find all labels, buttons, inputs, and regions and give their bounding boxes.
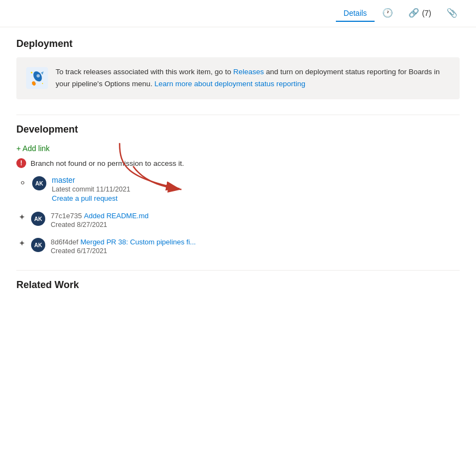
tab-attachments[interactable]: 📎 xyxy=(439,4,465,22)
tab-history[interactable]: 🕐 xyxy=(375,4,401,22)
commit-2-message-link[interactable]: Merged PR 38: Custom pipelines fi... xyxy=(81,238,196,246)
history-icon: 🕐 xyxy=(382,8,393,18)
rocket-icon xyxy=(26,67,48,91)
commit-icon-1: ✦ xyxy=(19,212,26,222)
commit-1-message-link[interactable]: Added README.md xyxy=(84,212,149,220)
commit-1-details: 77c1e735 Added README.md Created 8/27/20… xyxy=(51,211,149,229)
avatar-commit-2: AK xyxy=(31,238,45,252)
error-icon: ! xyxy=(16,158,26,168)
commit-row-2: ✦ AK 8d6f4def Merged PR 38: Custom pipel… xyxy=(16,237,460,255)
commit-1-hash: 77c1e735 xyxy=(51,212,82,220)
error-row: ! Branch not found or no permission to a… xyxy=(16,158,460,168)
learn-more-link[interactable]: Learn more about deployment status repor… xyxy=(154,80,305,88)
commit-1-date: Created 8/27/2021 xyxy=(51,221,149,229)
commit-2-line: 8d6f4def Merged PR 38: Custom pipelines … xyxy=(51,237,196,246)
related-work-title: Related Work xyxy=(16,279,460,291)
development-title: Development xyxy=(16,124,460,135)
section-divider xyxy=(16,115,460,115)
error-text: Branch not found or no permission to acc… xyxy=(31,159,184,167)
main-content: Deployment xyxy=(0,27,476,322)
svg-point-6 xyxy=(31,72,33,74)
commit-2-date: Created 6/17/2021 xyxy=(51,247,196,255)
latest-commit-label: Latest commit 11/11/2021 xyxy=(52,185,130,193)
branch-icon: ⚬ xyxy=(19,177,27,189)
commit-row-1: ✦ AK 77c1e735 Added README.md Created 8/… xyxy=(16,211,460,229)
related-work-section: Related Work xyxy=(16,279,460,291)
deployment-title: Deployment xyxy=(16,38,460,50)
tab-links-count: (7) xyxy=(422,9,431,17)
section-divider-2 xyxy=(16,270,460,271)
tab-links[interactable]: 🔗 (7) xyxy=(401,4,439,22)
tab-details[interactable]: Details xyxy=(336,5,375,22)
branch-link[interactable]: master xyxy=(52,176,130,184)
commit-2-details: 8d6f4def Merged PR 38: Custom pipelines … xyxy=(51,237,196,255)
deployment-description: To track releases associated with this w… xyxy=(56,66,450,89)
avatar-commit-1: AK xyxy=(31,212,45,226)
development-section: Development + Add link ! Branch not foun… xyxy=(16,124,460,255)
deployment-text-1: To track releases associated with this w… xyxy=(56,68,233,76)
svg-point-5 xyxy=(37,74,40,77)
attachment-icon: 📎 xyxy=(447,8,457,18)
avatar-branch: AK xyxy=(32,176,46,190)
deployment-section: Deployment xyxy=(16,38,460,99)
branch-details: master Latest commit 11/11/2021 Create a… xyxy=(52,176,130,202)
svg-point-7 xyxy=(42,83,43,84)
deployment-info-box: To track releases associated with this w… xyxy=(16,57,460,99)
commit-icon-2: ✦ xyxy=(19,238,26,248)
create-pull-request-link[interactable]: Create a pull request xyxy=(52,194,130,202)
tab-bar: Details 🕐 🔗 (7) 📎 xyxy=(0,0,476,27)
branch-row: ⚬ AK master Latest commit 11/11/2021 Cre… xyxy=(16,176,460,202)
commit-1-line: 77c1e735 Added README.md xyxy=(51,211,149,220)
releases-link[interactable]: Releases xyxy=(233,68,264,76)
commit-2-hash: 8d6f4def xyxy=(51,238,79,246)
links-icon: 🔗 xyxy=(408,8,419,18)
add-link-button[interactable]: + Add link xyxy=(16,143,50,158)
add-link-label: + Add link xyxy=(16,144,50,153)
tab-details-label: Details xyxy=(344,9,367,17)
